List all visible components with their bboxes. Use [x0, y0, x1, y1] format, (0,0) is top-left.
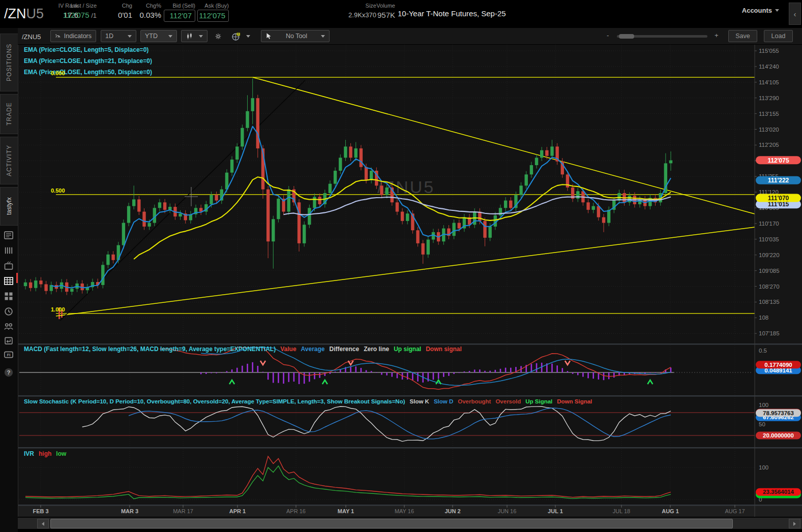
- macd-diff-bar: [541, 363, 543, 372]
- candle-body: [266, 190, 270, 242]
- candle-body: [329, 184, 332, 193]
- candle-body: [458, 223, 461, 229]
- macd-diff-bar: [231, 369, 233, 372]
- zoom-slider-thumb[interactable]: [619, 34, 634, 39]
- svg-text:FI: FI: [7, 353, 10, 357]
- sidebar-tab-tastyfx[interactable]: tastyfx: [0, 187, 18, 226]
- candle-body: [535, 158, 538, 165]
- candle-body: [401, 212, 404, 221]
- macd-diff-bar: [309, 372, 310, 382]
- candle-body: [168, 207, 171, 210]
- collapse-panel-button[interactable]: ‹: [789, 3, 801, 25]
- help-icon[interactable]: ?: [4, 367, 14, 378]
- active-tab-indicator: [16, 273, 18, 283]
- zoom-out-label[interactable]: -: [607, 32, 609, 39]
- price-axis-label: 109'220: [759, 252, 780, 258]
- candle-body: [318, 197, 321, 204]
- macd-diff-bar: [226, 371, 228, 372]
- sidebar-tab-activity[interactable]: ACTIVITY: [0, 137, 18, 184]
- journal-icon[interactable]: [4, 230, 14, 240]
- drawing-tool-dropdown[interactable]: No Tool: [261, 30, 330, 42]
- layout-compare-dropdown[interactable]: [228, 30, 254, 42]
- candle-body: [308, 208, 311, 225]
- macd-diff-bar: [205, 372, 207, 374]
- fib-level-label[interactable]: 1.000: [51, 306, 65, 312]
- macd-diff-bar: [330, 372, 331, 374]
- ask-button[interactable]: 112'075: [197, 10, 229, 22]
- candle-body: [525, 174, 528, 185]
- macd-diff-bar: [412, 372, 413, 381]
- range-dropdown[interactable]: YTD: [140, 30, 177, 42]
- candle-body: [499, 208, 502, 215]
- x-axis-label: APR 16: [286, 508, 306, 514]
- scroll-left-button[interactable]: [37, 519, 49, 528]
- x-axis-label: MAY 16: [395, 508, 414, 514]
- macd-diff-bar: [567, 371, 569, 372]
- bid-button[interactable]: 112'07: [164, 10, 195, 22]
- dashboard-icon[interactable]: [4, 291, 14, 301]
- candle-body: [483, 221, 486, 238]
- price-axis-label: 114'105: [759, 79, 779, 85]
- macd-diff-bar: [262, 372, 264, 372]
- candle-body: [396, 202, 399, 211]
- candle-body: [509, 201, 512, 208]
- candle-body: [230, 160, 233, 173]
- macd-diff-bar: [464, 371, 465, 372]
- sidebar-tab-trade[interactable]: TRADE: [0, 94, 18, 134]
- followers-icon[interactable]: [4, 321, 14, 331]
- macd-diff-bar: [582, 372, 584, 377]
- chart-settings-button[interactable]: [211, 30, 225, 42]
- price-axis-label: 112'205: [759, 142, 779, 148]
- macd-diff-bar: [500, 369, 501, 372]
- rolls-icon[interactable]: [4, 335, 14, 346]
- candle-body: [365, 167, 368, 180]
- candle-body: [163, 202, 166, 210]
- stoch-axis-label: 50: [759, 421, 765, 427]
- chart-grid-icon-active[interactable]: [4, 276, 14, 286]
- history-icon[interactable]: [4, 306, 14, 317]
- macd-diff-bar: [551, 364, 553, 372]
- chart-scrollbar[interactable]: [18, 517, 802, 529]
- macd-diff-bar: [510, 368, 512, 372]
- zoom-in-label[interactable]: +: [715, 32, 719, 39]
- candle-body: [158, 202, 161, 208]
- macd-diff-bar: [288, 372, 289, 382]
- macd-diff-bar: [335, 371, 336, 372]
- field-last-size: Last / Size 112'075 /1: [51, 3, 97, 21]
- candle-body: [298, 202, 301, 243]
- x-axis-label: JUN 2: [444, 508, 460, 514]
- scrollbar-thumb[interactable]: [50, 519, 733, 528]
- fi-badge-icon[interactable]: FI: [4, 350, 14, 360]
- left-sidebar: POSITIONS TRADE ACTIVITY tastyfx FI: [0, 28, 18, 532]
- macd-diff-bar: [278, 372, 279, 383]
- chart-type-dropdown[interactable]: [181, 30, 207, 42]
- globe-grid-icon: [232, 32, 241, 41]
- chevron-down-icon: [775, 9, 779, 12]
- chart-canvas[interactable]: /ZNU5FEB 3MAR 3MAR 17APR 1APR 16MAY 1MAY…: [0, 0, 802, 532]
- price-axis-label: 113'020: [759, 127, 779, 133]
- candle-body: [602, 217, 605, 223]
- price-axis-label: 110'170: [759, 221, 779, 227]
- fib-level-label[interactable]: 0.000: [51, 70, 65, 76]
- candle-body: [360, 148, 363, 167]
- accounts-dropdown[interactable]: Accounts: [742, 7, 779, 14]
- fib-level-label[interactable]: 0.500: [51, 187, 65, 194]
- load-button[interactable]: Load: [764, 30, 793, 42]
- macd-diff-bar: [407, 372, 408, 380]
- macd-diff-bar: [417, 372, 419, 382]
- axis-badge-text: 20.0000000: [763, 432, 794, 439]
- indicators-button[interactable]: Indicators: [50, 30, 96, 42]
- macd-diff-bar: [562, 368, 563, 372]
- chevron-down-icon: [128, 35, 132, 38]
- chart-toolbar: /ZNU5 Indicators 1D YTD: [18, 28, 802, 45]
- price-axis-label: 109'085: [759, 268, 780, 274]
- scroll-right-button[interactable]: [789, 519, 800, 528]
- field-volume: Volume 957K: [375, 3, 395, 20]
- timeframe-dropdown[interactable]: 1D: [101, 30, 136, 42]
- tv-icon[interactable]: [4, 261, 14, 271]
- save-button[interactable]: Save: [728, 30, 757, 42]
- queue-icon[interactable]: [4, 245, 14, 256]
- sidebar-tab-positions[interactable]: POSITIONS: [0, 34, 18, 91]
- candle-body: [70, 289, 73, 292]
- macd-diff-bar: [603, 372, 605, 380]
